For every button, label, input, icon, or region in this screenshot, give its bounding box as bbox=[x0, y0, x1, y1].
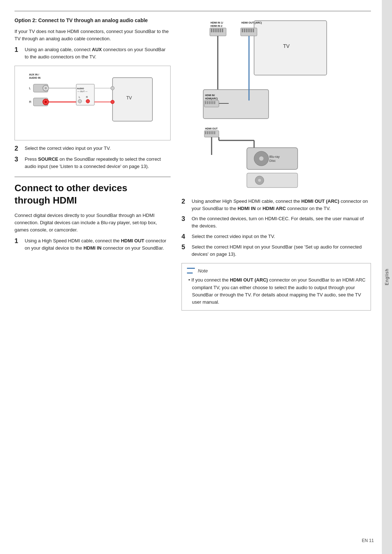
hdmi-step-1-number: 1 bbox=[15, 237, 21, 252]
note-box: Note • If you connect the HDMI OUT (ARC)… bbox=[181, 263, 371, 311]
note-bullet-text: • If you connect the HDMI OUT (ARC) conn… bbox=[187, 276, 366, 306]
hdmi-diagram-container: TV HDMI IN 1/ HDMI IN 2 HDMI OUT (ARC) bbox=[181, 17, 371, 191]
svg-rect-67 bbox=[212, 131, 213, 134]
svg-point-26 bbox=[111, 100, 114, 104]
svg-rect-63 bbox=[205, 131, 206, 134]
hdmi-step-5-number: 5 bbox=[181, 243, 188, 258]
page-number: EN 11 bbox=[362, 538, 374, 543]
step-1-number: 1 bbox=[15, 46, 21, 61]
step-2-analog: 2 Select the correct video input on your… bbox=[15, 145, 171, 153]
hdmi-step-5-text: Select the correct HDMI input on your So… bbox=[192, 243, 371, 258]
top-divider bbox=[15, 11, 371, 11]
step-1-text: Using an analog cable, connect AUX conne… bbox=[25, 46, 171, 61]
svg-rect-55 bbox=[209, 101, 210, 104]
svg-rect-66 bbox=[211, 131, 212, 134]
language-label: English bbox=[384, 268, 389, 285]
svg-text:HDMI OUT (ARC): HDMI OUT (ARC) bbox=[241, 21, 262, 24]
hdmi-step-5: 5 Select the correct HDMI input on your … bbox=[181, 243, 371, 258]
svg-point-6 bbox=[45, 87, 47, 89]
hdmi-step-4-text: Select the correct video input on the TV… bbox=[192, 233, 371, 241]
svg-rect-68 bbox=[214, 131, 215, 134]
hdmi-diagram-svg: TV HDMI IN 1/ HDMI IN 2 HDMI OUT (ARC) bbox=[181, 17, 338, 191]
left-column: Option 2: Connect to TV through an analo… bbox=[15, 17, 171, 311]
svg-rect-58 bbox=[214, 101, 215, 104]
svg-text:HDMI(ARC): HDMI(ARC) bbox=[205, 97, 218, 100]
svg-rect-45 bbox=[253, 29, 254, 32]
svg-text:Disc: Disc bbox=[269, 159, 276, 163]
svg-point-25 bbox=[111, 86, 114, 90]
svg-rect-44 bbox=[250, 29, 252, 32]
analog-diagram: AUX IN / AUDIO IN L R bbox=[15, 66, 171, 140]
analog-diagram-svg: AUX IN / AUDIO IN L R bbox=[25, 70, 160, 136]
step-2-number: 2 bbox=[15, 145, 21, 153]
svg-rect-21 bbox=[113, 78, 152, 121]
svg-rect-56 bbox=[211, 101, 212, 104]
main-body-text: Connect digital devices directly to your… bbox=[15, 212, 171, 234]
svg-text:L: L bbox=[29, 86, 31, 90]
svg-point-77 bbox=[258, 179, 261, 182]
two-column-layout: Option 2: Connect to TV through an analo… bbox=[15, 17, 371, 311]
svg-rect-54 bbox=[207, 101, 208, 104]
svg-text:R: R bbox=[29, 100, 32, 104]
svg-rect-53 bbox=[205, 101, 206, 104]
svg-rect-42 bbox=[246, 29, 248, 32]
svg-rect-41 bbox=[244, 29, 245, 32]
svg-text:HDMI IN 1/: HDMI IN 1/ bbox=[211, 21, 223, 24]
svg-rect-27 bbox=[254, 21, 327, 75]
svg-rect-33 bbox=[213, 29, 215, 32]
svg-text:L: L bbox=[79, 96, 80, 98]
hdmi-step-2-text: Using another High Speed HDMI cable, con… bbox=[192, 198, 371, 212]
section-divider bbox=[15, 177, 171, 177]
hdmi-step-1: 1 Using a High Speed HDMI cable, connect… bbox=[15, 237, 171, 252]
step-3-number: 3 bbox=[15, 156, 21, 170]
svg-point-18 bbox=[86, 99, 90, 103]
svg-rect-35 bbox=[217, 29, 219, 32]
svg-rect-36 bbox=[220, 29, 221, 32]
main-content: Option 2: Connect to TV through an analo… bbox=[0, 0, 382, 321]
hdmi-step-2-number: 2 bbox=[181, 198, 188, 212]
hdmi-step-4: 4 Select the correct video input on the … bbox=[181, 233, 371, 241]
svg-rect-57 bbox=[212, 101, 213, 104]
svg-point-72 bbox=[259, 156, 264, 161]
svg-rect-32 bbox=[211, 29, 212, 32]
svg-text:TV: TV bbox=[126, 95, 132, 100]
hdmi-step-3: 3 On the connected devices, turn on HDMI… bbox=[181, 215, 371, 230]
svg-rect-34 bbox=[215, 29, 217, 32]
svg-text:AUDIO IN: AUDIO IN bbox=[29, 77, 41, 79]
svg-point-9 bbox=[45, 101, 47, 103]
svg-rect-37 bbox=[222, 29, 223, 32]
right-column: TV HDMI IN 1/ HDMI IN 2 HDMI OUT (ARC) bbox=[181, 17, 371, 311]
step-3-text: Press SOURCE on the SoundBar repeatedly … bbox=[25, 156, 171, 170]
hdmi-step-3-text: On the connected devices, turn on HDMI-C… bbox=[192, 215, 371, 230]
option2-body: If your TV does not have HDMI connectors… bbox=[15, 28, 171, 42]
svg-rect-65 bbox=[209, 131, 210, 134]
svg-text:— OUT —: — OUT — bbox=[77, 90, 87, 93]
section-heading: Connect to other devices through HDMI bbox=[15, 182, 171, 207]
svg-text:R: R bbox=[86, 96, 88, 98]
hdmi-step-4-number: 4 bbox=[181, 233, 188, 241]
hdmi-step-2: 2 Using another High Speed HDMI cable, c… bbox=[181, 198, 371, 212]
svg-rect-64 bbox=[207, 131, 208, 134]
note-label: Note bbox=[198, 268, 208, 274]
svg-point-17 bbox=[78, 99, 82, 103]
svg-rect-40 bbox=[242, 29, 243, 32]
svg-text:Blu-ray: Blu-ray bbox=[269, 155, 280, 159]
step-2-text: Select the correct video input on your T… bbox=[25, 145, 171, 153]
svg-text:AUX IN /: AUX IN / bbox=[29, 73, 39, 76]
side-language-tab: English bbox=[382, 0, 392, 554]
svg-text:HDMI IN 2: HDMI IN 2 bbox=[211, 25, 222, 27]
svg-text:HDMI OUT: HDMI OUT bbox=[205, 127, 218, 130]
option2-heading: Option 2: Connect to TV through an analo… bbox=[15, 17, 171, 24]
step-1-analog: 1 Using an analog cable, connect AUX con… bbox=[15, 46, 171, 61]
svg-rect-43 bbox=[248, 29, 250, 32]
hdmi-step-3-number: 3 bbox=[181, 215, 188, 230]
note-icon bbox=[187, 268, 195, 274]
svg-text:HDMI IN/: HDMI IN/ bbox=[205, 94, 215, 97]
note-header: Note bbox=[187, 268, 366, 274]
svg-text:TV: TV bbox=[283, 43, 290, 49]
hdmi-step-1-text: Using a High Speed HDMI cable, connect t… bbox=[25, 237, 171, 252]
svg-rect-75 bbox=[247, 173, 298, 188]
svg-text:AUDIO: AUDIO bbox=[77, 87, 84, 90]
step-3-analog: 3 Press SOURCE on the SoundBar repeatedl… bbox=[15, 156, 171, 170]
